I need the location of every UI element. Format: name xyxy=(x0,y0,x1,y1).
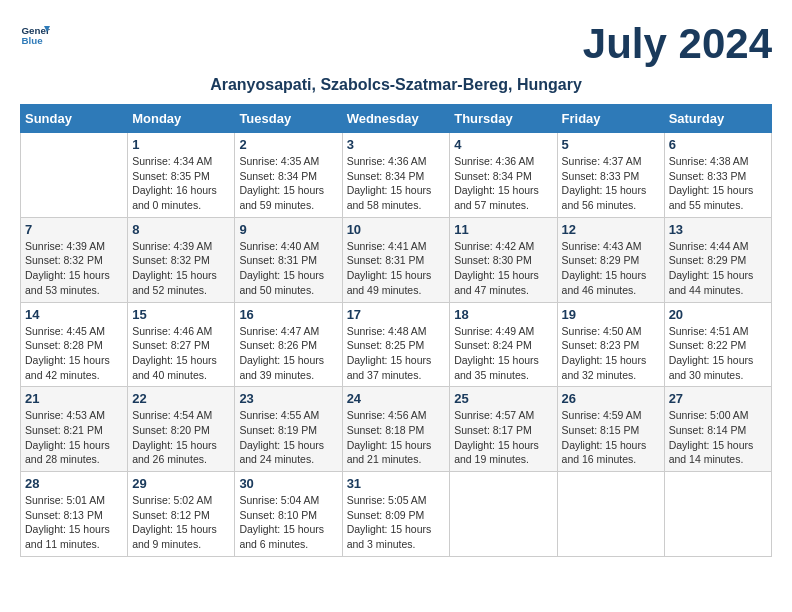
day-info: Sunrise: 5:02 AMSunset: 8:12 PMDaylight:… xyxy=(132,493,230,552)
day-info: Sunrise: 5:05 AMSunset: 8:09 PMDaylight:… xyxy=(347,493,446,552)
calendar-cell: 30Sunrise: 5:04 AMSunset: 8:10 PMDayligh… xyxy=(235,472,342,557)
calendar-cell: 13Sunrise: 4:44 AMSunset: 8:29 PMDayligh… xyxy=(664,217,771,302)
weekday-header-monday: Monday xyxy=(128,105,235,133)
calendar-cell: 17Sunrise: 4:48 AMSunset: 8:25 PMDayligh… xyxy=(342,302,450,387)
day-info: Sunrise: 4:35 AMSunset: 8:34 PMDaylight:… xyxy=(239,154,337,213)
calendar-cell: 8Sunrise: 4:39 AMSunset: 8:32 PMDaylight… xyxy=(128,217,235,302)
day-number: 20 xyxy=(669,307,767,322)
day-info: Sunrise: 5:04 AMSunset: 8:10 PMDaylight:… xyxy=(239,493,337,552)
day-number: 2 xyxy=(239,137,337,152)
day-info: Sunrise: 4:44 AMSunset: 8:29 PMDaylight:… xyxy=(669,239,767,298)
day-number: 26 xyxy=(562,391,660,406)
day-number: 6 xyxy=(669,137,767,152)
day-info: Sunrise: 4:37 AMSunset: 8:33 PMDaylight:… xyxy=(562,154,660,213)
day-info: Sunrise: 4:56 AMSunset: 8:18 PMDaylight:… xyxy=(347,408,446,467)
calendar-cell: 18Sunrise: 4:49 AMSunset: 8:24 PMDayligh… xyxy=(450,302,557,387)
day-number: 11 xyxy=(454,222,552,237)
calendar-cell: 19Sunrise: 4:50 AMSunset: 8:23 PMDayligh… xyxy=(557,302,664,387)
calendar-cell xyxy=(557,472,664,557)
calendar-cell: 20Sunrise: 4:51 AMSunset: 8:22 PMDayligh… xyxy=(664,302,771,387)
day-info: Sunrise: 4:39 AMSunset: 8:32 PMDaylight:… xyxy=(25,239,123,298)
day-number: 21 xyxy=(25,391,123,406)
calendar-cell: 21Sunrise: 4:53 AMSunset: 8:21 PMDayligh… xyxy=(21,387,128,472)
day-number: 9 xyxy=(239,222,337,237)
day-info: Sunrise: 4:36 AMSunset: 8:34 PMDaylight:… xyxy=(347,154,446,213)
day-number: 16 xyxy=(239,307,337,322)
day-info: Sunrise: 4:47 AMSunset: 8:26 PMDaylight:… xyxy=(239,324,337,383)
weekday-header-friday: Friday xyxy=(557,105,664,133)
day-number: 24 xyxy=(347,391,446,406)
day-info: Sunrise: 4:57 AMSunset: 8:17 PMDaylight:… xyxy=(454,408,552,467)
day-number: 22 xyxy=(132,391,230,406)
day-info: Sunrise: 5:01 AMSunset: 8:13 PMDaylight:… xyxy=(25,493,123,552)
month-title: July 2024 xyxy=(583,20,772,68)
day-number: 28 xyxy=(25,476,123,491)
calendar-cell: 9Sunrise: 4:40 AMSunset: 8:31 PMDaylight… xyxy=(235,217,342,302)
logo: General Blue xyxy=(20,20,50,50)
day-info: Sunrise: 4:42 AMSunset: 8:30 PMDaylight:… xyxy=(454,239,552,298)
day-number: 30 xyxy=(239,476,337,491)
day-info: Sunrise: 4:46 AMSunset: 8:27 PMDaylight:… xyxy=(132,324,230,383)
day-info: Sunrise: 4:34 AMSunset: 8:35 PMDaylight:… xyxy=(132,154,230,213)
calendar-cell: 15Sunrise: 4:46 AMSunset: 8:27 PMDayligh… xyxy=(128,302,235,387)
calendar-cell: 10Sunrise: 4:41 AMSunset: 8:31 PMDayligh… xyxy=(342,217,450,302)
day-info: Sunrise: 4:48 AMSunset: 8:25 PMDaylight:… xyxy=(347,324,446,383)
calendar-cell: 29Sunrise: 5:02 AMSunset: 8:12 PMDayligh… xyxy=(128,472,235,557)
day-info: Sunrise: 4:38 AMSunset: 8:33 PMDaylight:… xyxy=(669,154,767,213)
day-number: 19 xyxy=(562,307,660,322)
day-info: Sunrise: 4:39 AMSunset: 8:32 PMDaylight:… xyxy=(132,239,230,298)
calendar-cell xyxy=(21,133,128,218)
day-info: Sunrise: 4:40 AMSunset: 8:31 PMDaylight:… xyxy=(239,239,337,298)
calendar-cell: 28Sunrise: 5:01 AMSunset: 8:13 PMDayligh… xyxy=(21,472,128,557)
day-number: 4 xyxy=(454,137,552,152)
calendar-cell: 1Sunrise: 4:34 AMSunset: 8:35 PMDaylight… xyxy=(128,133,235,218)
calendar-cell: 25Sunrise: 4:57 AMSunset: 8:17 PMDayligh… xyxy=(450,387,557,472)
day-number: 8 xyxy=(132,222,230,237)
weekday-header-tuesday: Tuesday xyxy=(235,105,342,133)
day-info: Sunrise: 4:50 AMSunset: 8:23 PMDaylight:… xyxy=(562,324,660,383)
calendar-cell xyxy=(450,472,557,557)
calendar-cell: 16Sunrise: 4:47 AMSunset: 8:26 PMDayligh… xyxy=(235,302,342,387)
day-info: Sunrise: 4:41 AMSunset: 8:31 PMDaylight:… xyxy=(347,239,446,298)
calendar-cell: 11Sunrise: 4:42 AMSunset: 8:30 PMDayligh… xyxy=(450,217,557,302)
day-number: 3 xyxy=(347,137,446,152)
weekday-header-thursday: Thursday xyxy=(450,105,557,133)
logo-icon: General Blue xyxy=(20,20,50,50)
day-info: Sunrise: 4:43 AMSunset: 8:29 PMDaylight:… xyxy=(562,239,660,298)
day-info: Sunrise: 4:45 AMSunset: 8:28 PMDaylight:… xyxy=(25,324,123,383)
day-number: 25 xyxy=(454,391,552,406)
calendar-cell: 22Sunrise: 4:54 AMSunset: 8:20 PMDayligh… xyxy=(128,387,235,472)
day-number: 15 xyxy=(132,307,230,322)
calendar-cell: 31Sunrise: 5:05 AMSunset: 8:09 PMDayligh… xyxy=(342,472,450,557)
page-header: General Blue July 2024 xyxy=(20,20,772,68)
calendar-cell: 14Sunrise: 4:45 AMSunset: 8:28 PMDayligh… xyxy=(21,302,128,387)
calendar-cell: 27Sunrise: 5:00 AMSunset: 8:14 PMDayligh… xyxy=(664,387,771,472)
location-title: Aranyosapati, Szabolcs-Szatmar-Bereg, Hu… xyxy=(20,76,772,94)
day-number: 5 xyxy=(562,137,660,152)
calendar-cell: 5Sunrise: 4:37 AMSunset: 8:33 PMDaylight… xyxy=(557,133,664,218)
svg-text:Blue: Blue xyxy=(22,35,44,46)
day-number: 18 xyxy=(454,307,552,322)
calendar-cell: 3Sunrise: 4:36 AMSunset: 8:34 PMDaylight… xyxy=(342,133,450,218)
calendar-cell: 6Sunrise: 4:38 AMSunset: 8:33 PMDaylight… xyxy=(664,133,771,218)
weekday-header-wednesday: Wednesday xyxy=(342,105,450,133)
day-info: Sunrise: 4:59 AMSunset: 8:15 PMDaylight:… xyxy=(562,408,660,467)
day-number: 13 xyxy=(669,222,767,237)
day-number: 14 xyxy=(25,307,123,322)
day-number: 12 xyxy=(562,222,660,237)
calendar-cell: 23Sunrise: 4:55 AMSunset: 8:19 PMDayligh… xyxy=(235,387,342,472)
day-number: 31 xyxy=(347,476,446,491)
calendar-cell: 12Sunrise: 4:43 AMSunset: 8:29 PMDayligh… xyxy=(557,217,664,302)
day-info: Sunrise: 5:00 AMSunset: 8:14 PMDaylight:… xyxy=(669,408,767,467)
day-info: Sunrise: 4:49 AMSunset: 8:24 PMDaylight:… xyxy=(454,324,552,383)
day-info: Sunrise: 4:36 AMSunset: 8:34 PMDaylight:… xyxy=(454,154,552,213)
day-number: 29 xyxy=(132,476,230,491)
calendar-cell xyxy=(664,472,771,557)
weekday-header-sunday: Sunday xyxy=(21,105,128,133)
weekday-header-saturday: Saturday xyxy=(664,105,771,133)
day-number: 27 xyxy=(669,391,767,406)
calendar-cell: 2Sunrise: 4:35 AMSunset: 8:34 PMDaylight… xyxy=(235,133,342,218)
calendar-cell: 7Sunrise: 4:39 AMSunset: 8:32 PMDaylight… xyxy=(21,217,128,302)
day-info: Sunrise: 4:51 AMSunset: 8:22 PMDaylight:… xyxy=(669,324,767,383)
day-number: 7 xyxy=(25,222,123,237)
